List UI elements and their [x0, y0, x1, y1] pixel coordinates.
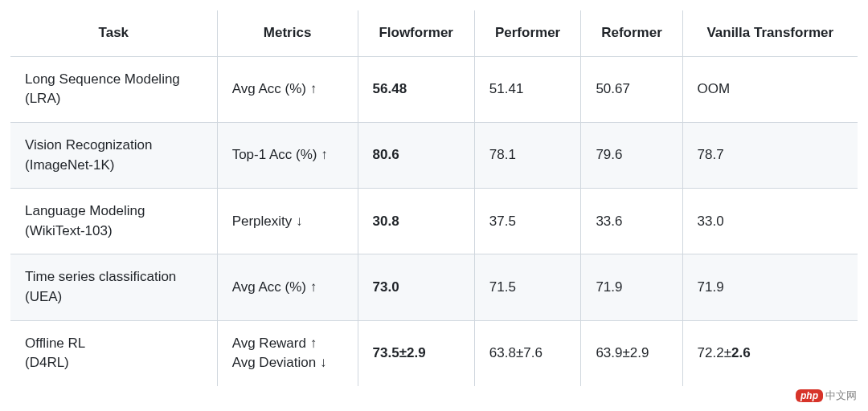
cell-flowformer: 30.8: [358, 189, 474, 254]
table-row: Language Modeling(WikiText-103)Perplexit…: [10, 189, 858, 254]
cell-flowformer: 80.6: [358, 122, 474, 188]
cell-flowformer: 73.5±2.9: [358, 320, 474, 386]
cell-reformer: 63.9±2.9: [581, 320, 682, 386]
cell-vanilla: 71.9: [682, 254, 858, 320]
cell-performer: 37.5: [474, 189, 581, 254]
table-header-row: Task Metrics Flowformer Performer Reform…: [10, 10, 858, 57]
watermark-text: 中文网: [825, 389, 857, 397]
cell-task: Time series classification(UEA): [10, 254, 218, 320]
table-body: Long Sequence Modeling(LRA)Avg Acc (%) ↑…: [10, 56, 858, 386]
cell-metric: Perplexity ↓: [217, 189, 358, 254]
col-metrics: Metrics: [217, 10, 358, 57]
cell-task: Long Sequence Modeling(LRA): [10, 56, 218, 122]
table-row: Offline RL(D4RL)Avg Reward ↑Avg Deviatio…: [10, 320, 858, 386]
cell-vanilla: 78.7: [682, 122, 858, 188]
watermark-pill: php: [796, 389, 823, 397]
results-table: Task Metrics Flowformer Performer Reform…: [10, 10, 858, 387]
col-reformer: Reformer: [581, 10, 682, 57]
cell-metric: Avg Acc (%) ↑: [217, 56, 358, 122]
cell-task: Language Modeling(WikiText-103): [10, 189, 218, 254]
cell-vanilla: OOM: [682, 56, 858, 122]
cell-reformer: 79.6: [581, 122, 682, 188]
cell-task: Vision Recognization(ImageNet-1K): [10, 122, 218, 188]
cell-metric: Avg Acc (%) ↑: [217, 254, 358, 320]
cell-performer: 71.5: [474, 254, 581, 320]
cell-performer: 51.41: [474, 56, 581, 122]
table-row: Time series classification(UEA)Avg Acc (…: [10, 254, 858, 320]
col-vanilla: Vanilla Transformer: [682, 10, 858, 57]
cell-flowformer: 56.48: [358, 56, 474, 122]
col-flowformer: Flowformer: [358, 10, 474, 57]
cell-vanilla: 33.0: [682, 189, 858, 254]
cell-performer: 78.1: [474, 122, 581, 188]
cell-task: Offline RL(D4RL): [10, 320, 218, 386]
cell-metric: Avg Reward ↑Avg Deviation ↓: [217, 320, 358, 386]
col-task: Task: [10, 10, 218, 57]
watermark: php中文网: [796, 389, 857, 397]
cell-reformer: 50.67: [581, 56, 682, 122]
cell-reformer: 33.6: [581, 189, 682, 254]
cell-flowformer: 73.0: [358, 254, 474, 320]
cell-reformer: 71.9: [581, 254, 682, 320]
cell-metric: Top-1 Acc (%) ↑: [217, 122, 358, 188]
table-row: Vision Recognization(ImageNet-1K)Top-1 A…: [10, 122, 858, 188]
cell-performer: 63.8±7.6: [474, 320, 581, 386]
table-row: Long Sequence Modeling(LRA)Avg Acc (%) ↑…: [10, 56, 858, 122]
cell-vanilla: 72.2±2.6: [682, 320, 858, 386]
col-performer: Performer: [474, 10, 581, 57]
